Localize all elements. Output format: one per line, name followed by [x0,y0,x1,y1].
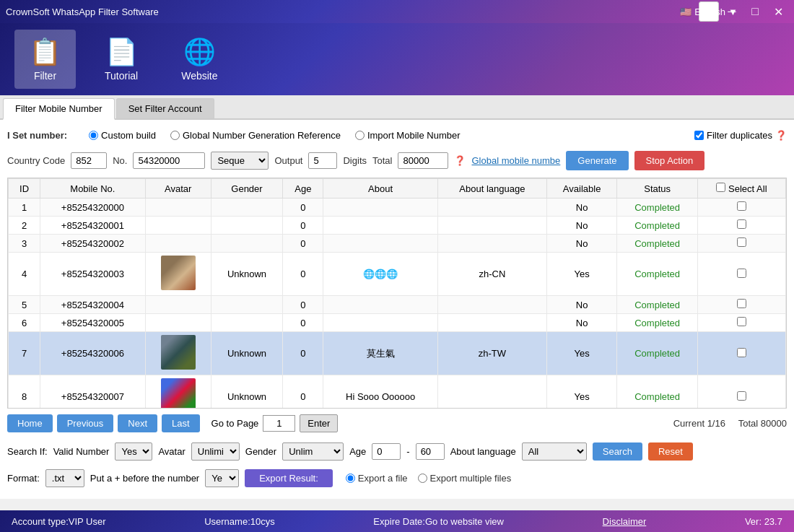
table-row[interactable]: 1 +85254320000 0 No Completed [9,199,786,217]
table-header-row: ID Mobile No. Avatar Gender Age About Ab… [9,179,786,199]
minimize-button[interactable]: ─ [722,1,742,22]
cell-gender [211,314,283,332]
cell-age: 0 [283,296,323,314]
tab-bar: Filter Mobile Number Set Filter Account [0,95,794,120]
cell-gender [211,296,283,314]
table-row[interactable]: 6 +85254320005 0 No Completed [9,314,786,332]
plus-label: Put a + before the number [90,473,199,484]
reset-button[interactable]: Reset [648,442,693,461]
generate-button[interactable]: Generate [566,151,628,170]
radio-import[interactable]: Import Mobile Number [355,130,461,141]
row-checkbox[interactable] [737,317,746,326]
previous-button[interactable]: Previous [57,414,114,432]
age-label: Age [349,446,366,457]
tab-filter-mobile[interactable]: Filter Mobile Number [3,98,115,120]
table-row[interactable]: 2 +85254320001 0 No Completed [9,217,786,235]
total-input[interactable] [398,152,448,169]
global-link[interactable]: Global mobile numbe [471,155,560,166]
cell-status: Completed [617,375,698,409]
language-selector[interactable]: 🇺🇸 English ▼ [699,1,719,22]
search-button[interactable]: Search [593,442,642,461]
table-row[interactable]: 8 +85254320007 Unknown 0 Hi Sooo Oooooo … [9,375,786,409]
output-input[interactable] [308,152,337,169]
stop-action-button[interactable]: Stop Action [634,151,705,170]
cell-avatar [145,375,211,409]
radio-export-file[interactable]: Export a file [346,473,408,484]
input-row: Country Code No. Seque Random Output Dig… [7,151,787,170]
cell-select[interactable] [698,332,786,375]
radio-global[interactable]: Global Number Generation Reference [170,130,341,141]
select-all-checkbox[interactable] [716,183,725,192]
cell-select[interactable] [698,199,786,217]
table-row[interactable]: 7 +85254320006 Unknown 0 莫生氣 zh-TW Yes C… [9,332,786,375]
next-button[interactable]: Next [118,414,157,432]
valid-number-select[interactable]: YesNoAll [115,442,152,461]
cell-about: Hi Sooo Oooooo [323,375,437,409]
cell-available: No [546,235,616,253]
format-select[interactable]: .txt.csv.xls [45,469,84,487]
nav-website-label: Website [181,70,217,82]
last-button[interactable]: Last [162,414,200,432]
cell-select[interactable] [698,375,786,409]
cell-id: 1 [9,199,40,217]
cell-id: 7 [9,332,40,375]
gender-select[interactable]: UnlimMaleFemaleUnknown [282,442,344,461]
about-lang-select[interactable]: Allzh-CNzh-TWen [522,442,587,461]
cell-avatar [145,296,211,314]
nav-filter[interactable]: 📋 Filter [14,30,76,89]
maximize-button[interactable]: □ [745,1,765,22]
row-checkbox[interactable] [737,201,746,211]
cell-select[interactable] [698,217,786,235]
home-button[interactable]: Home [7,414,53,432]
cell-select[interactable] [698,296,786,314]
valid-number-label: Valid Number [53,446,110,457]
cell-select[interactable] [698,314,786,332]
age-max-input[interactable] [416,443,445,460]
sequence-select[interactable]: Seque Random [211,152,269,170]
nav-tutorial[interactable]: 📄 Tutorial [90,30,152,89]
data-table-wrapper: ID Mobile No. Avatar Gender Age About Ab… [7,178,787,409]
row-checkbox[interactable] [737,269,746,278]
row-checkbox[interactable] [737,299,746,308]
avatar-select[interactable]: UnlimiYesNo [191,442,240,461]
cell-available: No [546,199,616,217]
cell-avatar [145,253,211,296]
cell-about-lang [437,314,546,332]
country-code-input[interactable] [71,152,107,169]
cell-available: Yes [546,332,616,375]
cell-avatar [145,217,211,235]
disclaimer[interactable]: Disclaimer [603,516,647,527]
row-checkbox[interactable] [737,219,746,229]
table-row[interactable]: 4 +85254320003 Unknown 0 🌐🌐🌐 zh-CN Yes C… [9,253,786,296]
export-button[interactable]: Export Result: [245,469,333,487]
col-select-all[interactable]: Select All [698,179,786,199]
nav-tutorial-label: Tutorial [105,70,138,82]
page-input[interactable] [263,415,295,432]
radio-custom[interactable]: Custom build [89,130,156,141]
avatar-label: Avatar [158,446,185,457]
tab-set-filter[interactable]: Set Filter Account [116,98,214,118]
cell-about: 🌐🌐🌐 [323,253,437,296]
nav-website[interactable]: 🌐 Website [167,30,232,89]
cell-select[interactable] [698,253,786,296]
table-row[interactable]: 3 +85254320002 0 No Completed [9,235,786,253]
plus-select[interactable]: YeNo [205,469,239,487]
cell-about-lang [437,217,546,235]
no-input[interactable] [133,152,205,169]
table-row[interactable]: 5 +85254320004 0 No Completed [9,296,786,314]
cell-mobile: +85254320001 [40,217,146,235]
cell-mobile: +85254320006 [40,332,146,375]
col-avatar: Avatar [145,179,211,199]
close-button[interactable]: ✕ [768,1,788,22]
cell-select[interactable] [698,235,786,253]
age-min-input[interactable] [372,443,401,460]
titlebar: CrownSoft WhatsApp Filter Software 🇺🇸 En… [0,0,794,23]
filter-duplicates-checkbox[interactable] [694,131,704,140]
row-checkbox[interactable] [737,237,746,247]
radio-export-multi[interactable]: Export multiple files [418,473,512,484]
row-checkbox[interactable] [737,391,746,401]
enter-button[interactable]: Enter [300,414,338,432]
col-available: Available [546,179,616,199]
row-checkbox[interactable] [737,348,746,357]
cell-available: Yes [546,253,616,296]
